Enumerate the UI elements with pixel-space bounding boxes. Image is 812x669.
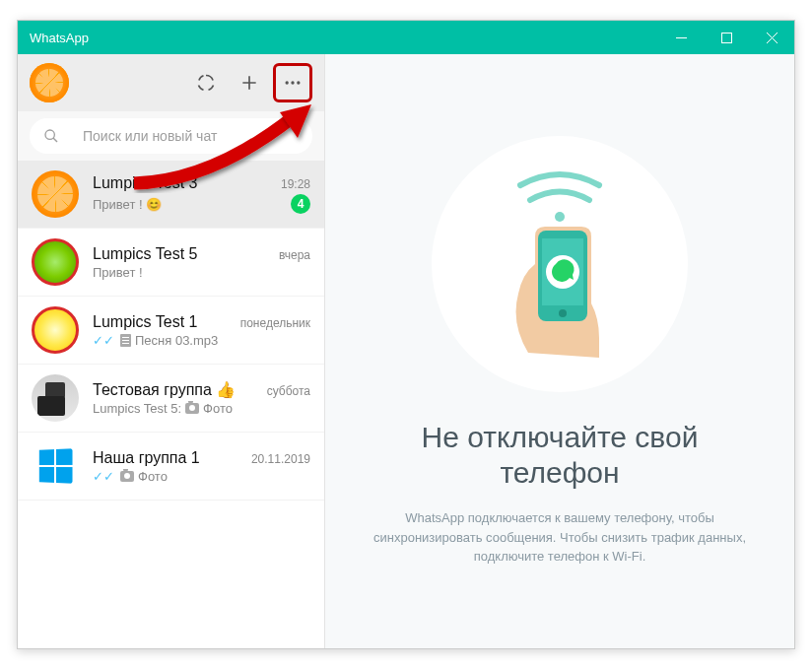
chat-item[interactable]: Наша группа 1 20.11.2019 ✓✓ Фото: [18, 433, 324, 501]
main-pane: Не отключайте свой телефон WhatsApp подк…: [325, 54, 794, 648]
client-area: Lumpics Test 3 19:28 Привет ! 😊 4 Lumpi: [18, 54, 794, 648]
chat-title: Тестовая группа 👍: [93, 380, 261, 399]
window-title: WhatsApp: [30, 31, 89, 45]
maximize-button[interactable]: [704, 21, 749, 54]
close-button[interactable]: [749, 21, 794, 54]
search-input[interactable]: [83, 128, 299, 144]
new-chat-icon[interactable]: [230, 63, 269, 102]
svg-rect-0: [721, 33, 731, 42]
chat-item[interactable]: Lumpics Test 5 вчера Привет !: [18, 229, 324, 297]
chat-item[interactable]: Lumpics Test 1 понедельник ✓✓ Песня 03.m…: [18, 297, 324, 365]
svg-point-2: [291, 81, 294, 84]
svg-point-4: [45, 130, 54, 139]
chat-preview: ✓✓ Песня 03.mp3: [93, 333, 310, 348]
welcome-illustration: [432, 136, 688, 392]
sidebar: Lumpics Test 3 19:28 Привет ! 😊 4 Lumpi: [18, 54, 325, 648]
minimize-button[interactable]: [658, 21, 704, 54]
chat-title: Lumpics Test 1: [93, 313, 235, 331]
read-ticks-icon: ✓✓: [93, 333, 114, 348]
chat-time: вчера: [279, 248, 310, 262]
chat-title: Lumpics Test 5: [93, 245, 273, 263]
chat-avatar: [32, 442, 79, 490]
search-icon: [43, 128, 59, 144]
chat-title: Lumpics Test 3: [93, 174, 275, 192]
chat-avatar: [32, 306, 79, 354]
main-title: Не отключайте свой телефон: [365, 420, 755, 491]
chat-preview: ✓✓ Фото: [93, 469, 310, 484]
chat-preview-text: Фото: [203, 401, 233, 416]
main-description: WhatsApp подключается к вашему телефону,…: [372, 508, 747, 567]
chat-avatar: [32, 374, 79, 422]
search-row: [18, 111, 324, 161]
sidebar-header: [18, 54, 324, 111]
chat-preview-text: Песня 03.mp3: [135, 333, 218, 348]
svg-point-5: [555, 212, 565, 222]
chat-preview: Lumpics Test 5: Фото: [93, 401, 310, 416]
svg-point-1: [286, 81, 289, 84]
chat-item[interactable]: Lumpics Test 3 19:28 Привет ! 😊 4: [18, 161, 324, 229]
camera-icon: [120, 471, 134, 482]
camera-icon: [185, 403, 199, 414]
svg-point-9: [559, 309, 567, 317]
status-icon[interactable]: [186, 63, 226, 102]
chat-preview-sender: Lumpics Test 5:: [93, 401, 181, 416]
chat-preview: Привет ! 😊: [93, 197, 285, 212]
chat-title: Наша группа 1: [93, 449, 245, 467]
chat-avatar: [32, 238, 79, 286]
search-box[interactable]: [30, 118, 312, 154]
chat-time: 19:28: [281, 177, 310, 191]
chat-time: понедельник: [240, 316, 310, 330]
chat-list[interactable]: Lumpics Test 3 19:28 Привет ! 😊 4 Lumpi: [18, 161, 324, 648]
unread-badge: 4: [291, 194, 310, 214]
chat-time: 20.11.2019: [251, 452, 310, 466]
svg-point-3: [297, 81, 300, 84]
chat-avatar: [32, 170, 79, 218]
document-icon: [120, 334, 131, 347]
chat-item[interactable]: Тестовая группа 👍 суббота Lumpics Test 5…: [18, 365, 324, 433]
read-ticks-icon: ✓✓: [93, 469, 114, 484]
chat-preview: Привет !: [93, 265, 310, 280]
titlebar: WhatsApp: [18, 21, 794, 54]
chat-preview-text: Фото: [138, 469, 168, 484]
app-window: WhatsApp: [17, 20, 795, 649]
chat-time: суббота: [267, 384, 310, 398]
profile-avatar[interactable]: [30, 63, 69, 102]
menu-icon[interactable]: [273, 63, 312, 102]
